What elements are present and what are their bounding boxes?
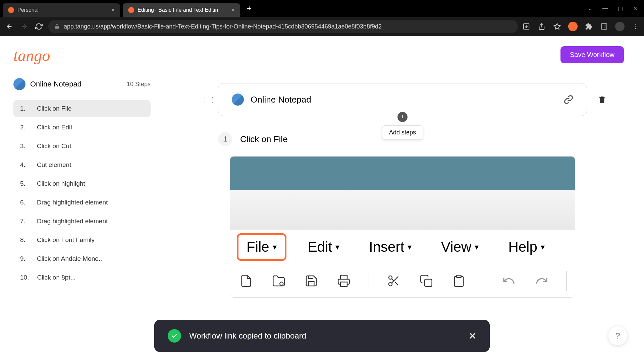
new-doc-icon [238, 273, 254, 289]
browser-toolbar-icons: ⋮ [522, 22, 640, 31]
source-title[interactable]: Online Notepad [251, 95, 557, 105]
caret-down-icon: ▾ [273, 242, 277, 252]
drag-handle-icon[interactable]: ⋮⋮ [202, 96, 216, 104]
browser-tab-editing[interactable]: Editing | Basic File and Text Editin × [123, 3, 240, 17]
svg-rect-11 [425, 279, 432, 287]
kebab-menu-icon[interactable]: ⋮ [631, 22, 640, 31]
bookmark-star-icon[interactable] [553, 22, 561, 31]
screenshot-toolbar [230, 264, 575, 297]
url-bar[interactable]: app.tango.us/app/workflow/Basic-File-and… [48, 20, 518, 33]
link-icon[interactable] [564, 95, 573, 104]
minimize-icon[interactable]: — [602, 5, 608, 12]
caret-down-icon: ▾ [541, 242, 545, 252]
step-label: Click on highlight [37, 180, 85, 187]
step-count: 10 Steps [127, 81, 151, 88]
step-label: Click on File [37, 105, 71, 112]
sidebar-step-4[interactable]: 4. Cut element [13, 157, 151, 173]
step-label: Drag highlighted element [37, 218, 108, 225]
cut-icon [386, 273, 401, 289]
svg-point-7 [389, 283, 392, 286]
share-icon[interactable] [537, 22, 546, 31]
sidebar-step-9[interactable]: 9. Click on Andale Mono... [13, 250, 151, 267]
tango-extension-icon[interactable] [568, 22, 578, 31]
toast-close-icon[interactable]: ✕ [469, 330, 476, 342]
screenshot-edit-menu: Edit ▾ [300, 235, 347, 259]
sidebar-step-2[interactable]: 2. Click on Edit [13, 119, 151, 136]
toast-notification: Workflow link copied to clipboard ✕ [154, 320, 490, 352]
step-label: Click on 8pt... [37, 274, 75, 281]
step-number: 1. [20, 105, 29, 112]
step-number: 7. [20, 218, 29, 225]
chevron-down-icon[interactable]: ⌄ [588, 5, 592, 12]
screenshot-file-menu: File ▾ [237, 233, 286, 261]
source-card: ⋮⋮ Online Notepad [218, 83, 587, 116]
step-number: 10. [20, 274, 29, 281]
step-number: 4. [20, 161, 29, 169]
svg-marker-1 [554, 23, 560, 29]
step-screenshot: File ▾ Edit ▾ Insert ▾ View ▾ [230, 156, 575, 298]
delete-icon[interactable] [597, 95, 607, 104]
step-label: Drag highlighted element [37, 199, 108, 206]
sidebar-step-1[interactable]: 1. Click on File [13, 100, 151, 117]
menu-label: File [247, 239, 269, 255]
add-steps-button[interactable]: + [397, 112, 408, 122]
tab-favicon-icon [128, 7, 134, 13]
svg-point-6 [389, 276, 392, 279]
profile-avatar-icon[interactable] [615, 22, 625, 31]
caret-down-icon: ▾ [408, 242, 412, 252]
add-steps-marker: + Add steps [218, 112, 587, 122]
step-number: 2. [20, 124, 29, 131]
workflow-title: Online Notepad [30, 80, 122, 88]
step-label: Click on Edit [37, 124, 72, 131]
toolbar-divider [369, 271, 369, 291]
maximize-icon[interactable]: ▢ [618, 5, 623, 12]
save-workflow-button[interactable]: Save Workflow [560, 46, 624, 63]
step-number: 5. [20, 180, 29, 187]
sidebar-step-6[interactable]: 6. Drag highlighted element [13, 194, 151, 211]
lock-icon [54, 24, 60, 29]
step-detail: 1 Click on File File ▾ Edit ▾ Inser [218, 132, 587, 298]
screenshot-header [230, 157, 575, 190]
help-button[interactable]: ? [608, 326, 627, 345]
back-button[interactable] [4, 21, 15, 32]
sidebar-step-5[interactable]: 5. Click on highlight [13, 175, 151, 192]
close-tab-icon[interactable]: × [111, 7, 115, 14]
toolbar-divider [566, 271, 567, 291]
tab-favicon-icon [8, 7, 14, 13]
close-tab-icon[interactable]: × [231, 7, 235, 14]
sidebar: tango Online Notepad 10 Steps 1. Click o… [0, 36, 161, 362]
extensions-icon[interactable] [584, 22, 593, 31]
success-check-icon [168, 329, 181, 343]
workflow-header: Online Notepad 10 Steps [13, 78, 151, 90]
step-title[interactable]: Click on File [240, 134, 288, 144]
svg-line-9 [395, 282, 398, 285]
close-window-icon[interactable]: ✕ [633, 5, 637, 12]
install-app-icon[interactable] [522, 22, 531, 31]
tab-title: Editing | Basic File and Text Editin [138, 7, 228, 13]
svg-rect-5 [340, 282, 347, 286]
workflow-source-icon [13, 78, 25, 90]
forward-button[interactable] [19, 21, 30, 32]
browser-tab-personal[interactable]: Personal × [3, 3, 120, 17]
sidebar-step-10[interactable]: 10. Click on 8pt... [13, 269, 151, 286]
toast-message: Workflow link copied to clipboard [189, 331, 306, 341]
window-controls: ⌄ — ▢ ✕ [588, 5, 644, 12]
step-label: Click on Font Family [37, 236, 95, 244]
print-icon [336, 273, 352, 289]
side-panel-icon[interactable] [600, 22, 608, 31]
menu-label: View [441, 239, 471, 255]
add-steps-label: Add steps [382, 125, 423, 140]
new-tab-button[interactable]: + [247, 4, 252, 13]
sidebar-step-8[interactable]: 8. Click on Font Family [13, 232, 151, 248]
menu-label: Help [508, 239, 537, 255]
browser-address-bar: app.tango.us/app/workflow/Basic-File-and… [0, 17, 644, 36]
reload-button[interactable] [34, 21, 44, 32]
sidebar-step-7[interactable]: 7. Drag highlighted element [13, 213, 151, 230]
redo-icon [534, 273, 549, 289]
tango-logo[interactable]: tango [13, 46, 151, 65]
copy-icon [419, 273, 434, 289]
menu-label: Edit [308, 239, 332, 255]
step-label: Click on Andale Mono... [37, 255, 104, 262]
sidebar-step-3[interactable]: 3. Click on Cut [13, 138, 151, 155]
step-label: Click on Cut [37, 142, 71, 150]
